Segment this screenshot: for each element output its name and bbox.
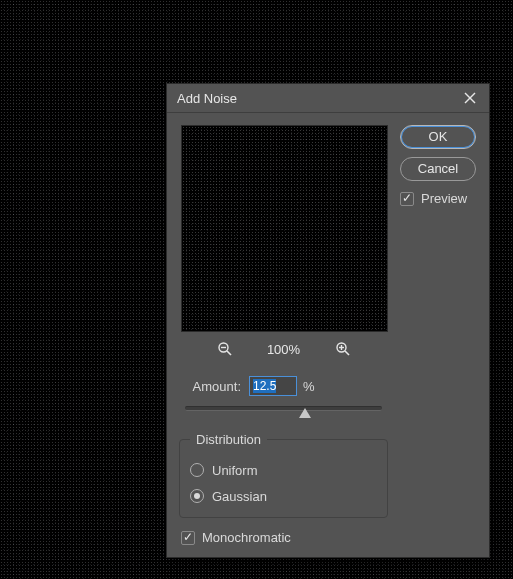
- uniform-radio[interactable]: [190, 463, 204, 477]
- amount-slider[interactable]: [185, 402, 382, 418]
- cancel-button[interactable]: Cancel: [400, 157, 476, 181]
- add-noise-dialog: Add Noise: [166, 83, 490, 558]
- zoom-out-button[interactable]: [215, 340, 235, 358]
- close-icon: [464, 92, 476, 104]
- gaussian-label: Gaussian: [212, 489, 267, 504]
- canvas-background: Add Noise: [0, 0, 513, 579]
- gaussian-radio[interactable]: [190, 489, 204, 503]
- dialog-titlebar[interactable]: Add Noise: [167, 84, 489, 113]
- distribution-uniform-row[interactable]: Uniform: [190, 459, 377, 481]
- svg-line-6: [345, 351, 349, 355]
- close-button[interactable]: [455, 86, 485, 110]
- zoom-in-button[interactable]: [333, 340, 353, 358]
- preview-toggle-row[interactable]: Preview: [400, 191, 477, 206]
- amount-input[interactable]: [249, 376, 297, 396]
- preview-label: Preview: [421, 191, 467, 206]
- ok-button[interactable]: OK: [400, 125, 476, 149]
- slider-track: [185, 406, 382, 411]
- monochromatic-label: Monochromatic: [202, 530, 291, 545]
- distribution-gaussian-row[interactable]: Gaussian: [190, 485, 377, 507]
- zoom-in-icon: [335, 341, 351, 357]
- noise-preview[interactable]: [181, 125, 388, 332]
- zoom-level: 100%: [263, 342, 305, 357]
- amount-suffix: %: [303, 379, 315, 394]
- uniform-label: Uniform: [212, 463, 258, 478]
- distribution-group: Distribution Uniform Gaussian: [179, 432, 388, 518]
- dialog-title: Add Noise: [177, 91, 455, 106]
- distribution-legend: Distribution: [190, 432, 267, 447]
- monochromatic-row[interactable]: Monochromatic: [181, 530, 388, 545]
- svg-line-3: [227, 351, 231, 355]
- preview-checkbox[interactable]: [400, 192, 414, 206]
- amount-label: Amount:: [179, 379, 249, 394]
- monochromatic-checkbox[interactable]: [181, 531, 195, 545]
- slider-thumb[interactable]: [299, 408, 311, 418]
- zoom-out-icon: [217, 341, 233, 357]
